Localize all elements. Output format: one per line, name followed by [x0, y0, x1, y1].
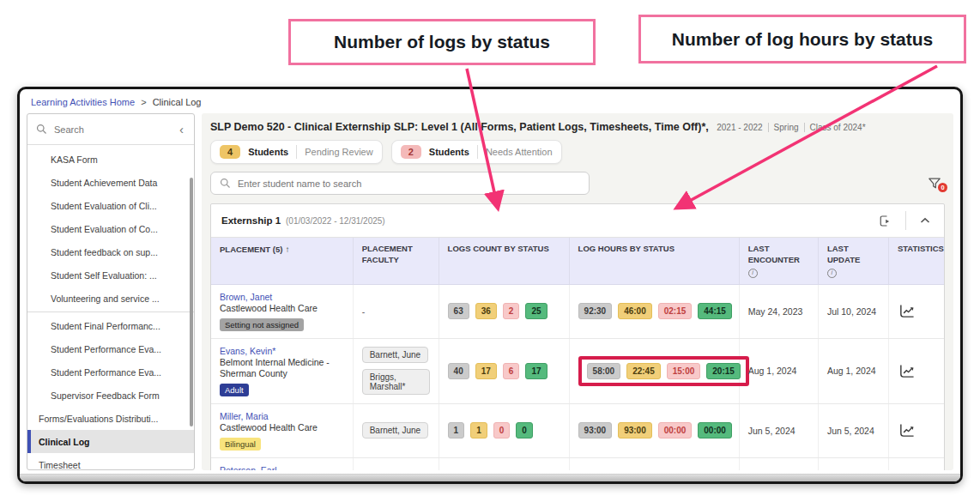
placement-cell: Miller, Maria Castlewood Health Care Bil… — [211, 404, 354, 457]
pending-review-label: Students — [248, 147, 288, 157]
sidebar-item-student-performance-eva-2[interactable]: Student Performance Eva... — [27, 360, 194, 384]
statistics-chart-icon[interactable] — [898, 422, 916, 439]
logs-attention-badge: 0 — [493, 422, 511, 439]
statistics-cell — [889, 285, 944, 338]
hours-approved-badge: 44:15 — [698, 303, 732, 319]
pending-review-status: Pending Review — [305, 147, 373, 157]
filter-button[interactable]: 0 — [924, 175, 945, 191]
sidebar-item-student-achievement-data[interactable]: Student Achievement Data — [27, 171, 194, 194]
placement-faculty-cell: Barnett, June Briggs, Marshall* — [354, 339, 439, 403]
placement-site: Castlewood Health Care — [220, 303, 318, 313]
info-icon[interactable]: i — [748, 269, 758, 278]
sidebar-divider — [27, 312, 194, 312]
sidebar-item-student-performance-eva-1[interactable]: Student Performance Eva... — [27, 337, 194, 360]
page-title: SLP Demo 520 - Clinical Externship SLP: … — [210, 120, 945, 134]
column-header-placement[interactable]: PLACEMENT (5)↑ — [211, 238, 354, 284]
table-header-row: PLACEMENT (5)↑ PLACEMENT FACULTY LOGS CO… — [211, 238, 944, 285]
statistics-chart-icon[interactable] — [898, 303, 916, 319]
sidebar-item-student-feedback[interactable]: Student feedback on sup... — [27, 240, 194, 263]
needs-attention-status: Needs Attention — [486, 147, 553, 157]
sidebar-scrollbar[interactable] — [190, 178, 193, 426]
table-row: Peterson, Earl Black Mountain Therapeuti… — [211, 458, 944, 470]
column-header-statistics: STATISTICS — [889, 238, 944, 284]
app-window: Learning Activities Home > Clinical Log … — [17, 87, 963, 484]
sidebar-item-forms-evaluations-distribution[interactable]: Forms/Evaluations Distributi... — [27, 407, 194, 430]
hours-approved-badge: 00:00 — [698, 422, 732, 439]
export-button[interactable] — [863, 214, 905, 228]
search-icon — [36, 124, 47, 135]
breadcrumb-current: Clinical Log — [153, 97, 202, 107]
statistics-cell — [889, 339, 944, 403]
student-name-link[interactable]: Evans, Kevin* — [220, 346, 344, 356]
student-name-link[interactable]: Miller, Maria — [220, 411, 344, 421]
student-name-link[interactable]: Brown, Janet — [220, 292, 344, 302]
table-row: Evans, Kevin* Belmont Internal Medicine … — [211, 339, 944, 404]
hours-pending-badge: 22:45 — [626, 363, 661, 379]
breadcrumb-separator: > — [141, 97, 146, 107]
logs-attention-badge: 6 — [503, 363, 520, 379]
student-search-input[interactable] — [238, 178, 580, 189]
last-update-cell: May 9, 2024 — [819, 458, 889, 470]
logs-count-cell: 63 36 2 25 — [439, 285, 570, 338]
last-update-date: Jul 10, 2024 — [827, 306, 876, 317]
setting-tag-badge: Adult — [220, 384, 249, 396]
logs-pending-badge: 1 — [470, 422, 487, 439]
sidebar-item-student-evaluation-cli[interactable]: Student Evaluation of Cli... — [27, 194, 194, 217]
last-encounter-cell: May 9, 2024 — [740, 458, 819, 470]
sidebar-search-input[interactable] — [54, 124, 171, 135]
course-meta: 2021 - 2022SpringClass of 2024* — [711, 123, 870, 132]
hours-attention-badge: 00:00 — [658, 422, 693, 439]
statistics-cell — [889, 458, 944, 470]
student-name-link[interactable]: Peterson, Earl — [220, 465, 344, 470]
sidebar-item-timesheet[interactable]: Timesheet — [27, 453, 194, 469]
column-header-last-update-label: LAST UPDATE — [827, 244, 860, 264]
last-update-cell: Jul 10, 2024 — [819, 285, 889, 338]
student-search-box — [210, 172, 590, 195]
logs-total-badge: 1 — [448, 422, 465, 439]
sidebar-item-volunteering[interactable]: Volunteering and service ... — [27, 287, 194, 310]
hours-attention-badge: 02:15 — [658, 303, 693, 319]
search-icon — [220, 178, 231, 189]
sidebar-collapse-icon[interactable]: ‹ — [178, 123, 185, 136]
placement-cell: Brown, Janet Castlewood Health Care Sett… — [211, 285, 354, 338]
last-update-date: Jun 5, 2024 — [827, 426, 874, 436]
horizontal-scrollbar[interactable] — [20, 474, 960, 481]
summary-card-divider — [477, 145, 478, 159]
last-update-cell: Aug 1, 2024 — [819, 339, 889, 403]
statistics-chart-icon[interactable] — [898, 363, 916, 379]
callout-logs-count-text: Number of logs by status — [334, 32, 550, 52]
faculty-chip: Barnett, June — [362, 422, 428, 439]
last-encounter-cell: Aug 1, 2024 — [740, 339, 819, 403]
logs-pending-badge: 36 — [475, 303, 497, 319]
course-meta-year: 2021 - 2022 — [711, 123, 767, 132]
info-icon[interactable]: i — [827, 269, 837, 278]
collapse-section-button[interactable] — [906, 217, 934, 224]
placement-faculty-cell: - — [354, 285, 439, 338]
last-update-cell: Jun 5, 2024 — [819, 404, 889, 457]
column-header-log-hours-label: LOG HOURS BY STATUS — [578, 244, 675, 253]
export-icon — [877, 214, 892, 228]
placement-site: Belmont Internal Medicine - Sherman Coun… — [220, 357, 330, 379]
sidebar-item-student-final-performance[interactable]: Student Final Performanc... — [27, 314, 194, 337]
logs-count-cell: 1 1 0 0 — [439, 404, 570, 457]
sidebar-item-kasa-form[interactable]: KASA Form — [27, 148, 194, 171]
sidebar-item-supervisor-feedback-form[interactable]: Supervisor Feedback Form — [27, 384, 194, 407]
faculty-chip: Briggs, Marshall* — [362, 369, 430, 395]
table-row: Brown, Janet Castlewood Health Care Sett… — [211, 285, 944, 339]
needs-attention-label: Students — [429, 147, 469, 157]
hours-total-badge: 58:00 — [587, 363, 621, 379]
sidebar-item-clinical-log[interactable]: Clinical Log — [27, 430, 194, 453]
callout-logs-count: Number of logs by status — [288, 19, 596, 65]
placement-faculty-cell: Briggs, Marshall* — [354, 458, 439, 470]
column-header-last-encounter-label: LAST ENCOUNTER — [748, 244, 800, 264]
sidebar-item-student-evaluation-co[interactable]: Student Evaluation of Co... — [27, 217, 194, 240]
course-meta-class: Class of 2024* — [804, 123, 871, 132]
pending-review-count-badge: 4 — [220, 145, 240, 159]
last-encounter-date: Aug 1, 2024 — [748, 366, 797, 376]
sidebar-item-student-self-evaluation[interactable]: Student Self Evaluation: ... — [27, 263, 194, 287]
last-encounter-cell: May 24, 2023 — [740, 285, 819, 338]
logs-approved-badge: 25 — [525, 303, 547, 319]
breadcrumb-link-learning-activities-home[interactable]: Learning Activities Home — [31, 97, 135, 107]
column-header-placement-label: PLACEMENT (5) — [220, 245, 282, 254]
log-hours-cell: 93:00 93:00 00:00 00:00 — [570, 404, 740, 457]
